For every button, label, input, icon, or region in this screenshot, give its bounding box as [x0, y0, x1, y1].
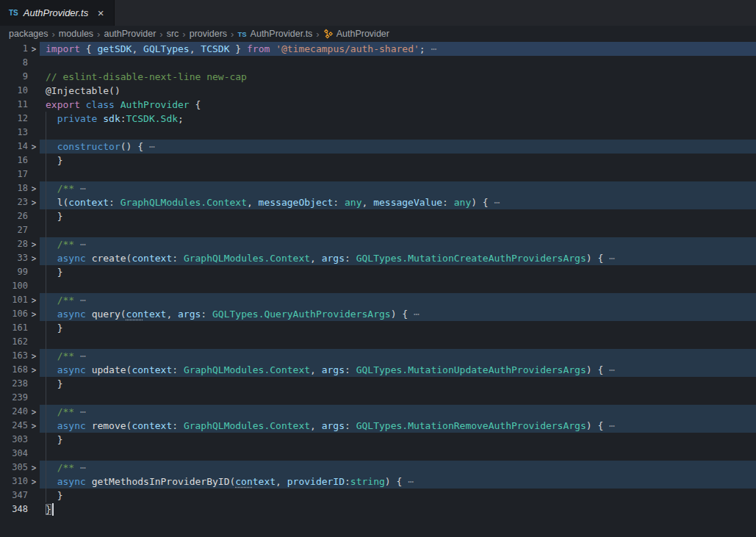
code-content[interactable]: private sdk:TCSDK.Sdk;	[40, 112, 756, 126]
code-content[interactable]: /** ⋯	[40, 293, 756, 307]
fold-chevron-icon[interactable]: >	[28, 418, 40, 434]
fold-chevron-icon[interactable]: >	[28, 362, 40, 378]
code-line-162[interactable]: 162	[0, 335, 756, 349]
code-content[interactable]: export class AuthProvider {	[40, 98, 756, 112]
code-content[interactable]: }	[40, 489, 756, 502]
code-line-303[interactable]: 303 }	[0, 433, 756, 447]
code-line-240[interactable]: 240> /** ⋯	[0, 405, 756, 419]
code-content[interactable]	[40, 335, 756, 349]
code-content[interactable]: }	[40, 321, 756, 335]
code-line-18[interactable]: 18> /** ⋯	[0, 181, 756, 195]
code-content[interactable]: }	[40, 154, 756, 167]
code-content[interactable]: }	[40, 377, 756, 391]
line-number[interactable]: 310	[0, 475, 28, 489]
code-content[interactable]: @Injectable()	[40, 84, 756, 98]
code-content[interactable]	[40, 391, 756, 405]
code-content[interactable]: async update(context: GraphQLModules.Con…	[40, 363, 756, 377]
fold-chevron-icon[interactable]: >	[28, 251, 40, 267]
code-line-11[interactable]: 11export class AuthProvider {	[0, 98, 756, 112]
code-content[interactable]: l(context: GraphQLModules.Context, messa…	[40, 195, 756, 209]
code-content[interactable]: constructor() { ⋯	[40, 140, 756, 154]
breadcrumb-item-authprovider[interactable]: AuthProvider	[323, 29, 389, 39]
line-number[interactable]: 1	[0, 42, 28, 56]
line-number[interactable]: 18	[0, 181, 28, 195]
code-content[interactable]: }	[40, 433, 756, 447]
line-number[interactable]: 17	[0, 167, 28, 181]
code-line-310[interactable]: 310> async getMethodsInProviderByID(cont…	[0, 475, 756, 489]
close-icon[interactable]: ×	[95, 7, 107, 18]
code-line-13[interactable]: 13	[0, 126, 756, 140]
code-content[interactable]: async getMethodsInProviderByID(context, …	[40, 475, 756, 489]
line-number[interactable]: 13	[0, 126, 28, 140]
fold-chevron-icon[interactable]: >	[28, 139, 40, 155]
line-number[interactable]: 11	[0, 98, 28, 112]
code-line-99[interactable]: 99 }	[0, 265, 756, 279]
code-line-239[interactable]: 239	[0, 391, 756, 405]
line-number[interactable]: 161	[0, 321, 28, 335]
line-number[interactable]: 163	[0, 349, 28, 363]
code-line-101[interactable]: 101> /** ⋯	[0, 293, 756, 307]
code-line-238[interactable]: 238 }	[0, 377, 756, 391]
code-content[interactable]: /** ⋯	[40, 237, 756, 251]
line-number[interactable]: 305	[0, 461, 28, 475]
line-number[interactable]: 26	[0, 209, 28, 223]
line-number[interactable]: 239	[0, 391, 28, 405]
code-line-106[interactable]: 106> async query(context, args: GQLTypes…	[0, 307, 756, 321]
line-number[interactable]: 106	[0, 307, 28, 321]
code-line-27[interactable]: 27	[0, 223, 756, 237]
code-content[interactable]	[40, 447, 756, 461]
code-content[interactable]: /** ⋯	[40, 461, 756, 475]
code-content[interactable]: async query(context, args: GQLTypes.Quer…	[40, 307, 756, 321]
line-number[interactable]: 303	[0, 433, 28, 447]
line-number[interactable]: 8	[0, 56, 28, 70]
code-line-14[interactable]: 14> constructor() { ⋯	[0, 140, 756, 154]
fold-chevron-icon[interactable]: >	[28, 41, 40, 57]
code-line-16[interactable]: 16 }	[0, 154, 756, 167]
code-line-28[interactable]: 28> /** ⋯	[0, 237, 756, 251]
line-number[interactable]: 10	[0, 84, 28, 98]
code-line-1[interactable]: 1>import { getSDK, GQLTypes, TCSDK } fro…	[0, 42, 756, 56]
line-number[interactable]: 27	[0, 223, 28, 237]
breadcrumb-item-packages[interactable]: packages	[9, 29, 48, 39]
code-line-161[interactable]: 161 }	[0, 321, 756, 335]
code-line-8[interactable]: 8	[0, 56, 756, 70]
code-content[interactable]: }	[40, 265, 756, 279]
code-line-33[interactable]: 33> async create(context: GraphQLModules…	[0, 251, 756, 265]
fold-chevron-icon[interactable]: >	[28, 306, 40, 322]
code-line-9[interactable]: 9// eslint-disable-next-line new-cap	[0, 70, 756, 84]
breadcrumb-item-providers[interactable]: providers	[190, 29, 227, 39]
code-line-305[interactable]: 305> /** ⋯	[0, 461, 756, 475]
code-content[interactable]: import { getSDK, GQLTypes, TCSDK } from …	[40, 42, 756, 56]
code-line-348[interactable]: 348}	[0, 502, 756, 516]
code-line-304[interactable]: 304	[0, 447, 756, 461]
code-content[interactable]	[40, 56, 756, 70]
code-content[interactable]: async remove(context: GraphQLModules.Con…	[40, 419, 756, 433]
fold-chevron-icon[interactable]: >	[28, 474, 40, 490]
line-number[interactable]: 28	[0, 237, 28, 251]
line-number[interactable]: 168	[0, 363, 28, 377]
breadcrumb-item-authprovider[interactable]: authProvider	[104, 29, 156, 39]
code-line-100[interactable]: 100	[0, 279, 756, 293]
code-content[interactable]: /** ⋯	[40, 405, 756, 419]
line-number[interactable]: 33	[0, 251, 28, 265]
code-line-168[interactable]: 168> async update(context: GraphQLModule…	[0, 363, 756, 377]
tab-authprovider-ts[interactable]: TS AuthProvider.ts ×	[0, 0, 115, 26]
line-number[interactable]: 9	[0, 70, 28, 84]
line-number[interactable]: 101	[0, 293, 28, 307]
code-content[interactable]	[40, 279, 756, 293]
code-line-23[interactable]: 23> l(context: GraphQLModules.Context, m…	[0, 195, 756, 209]
code-content[interactable]: }	[40, 502, 756, 516]
code-line-347[interactable]: 347 }	[0, 489, 756, 502]
code-line-17[interactable]: 17	[0, 167, 756, 181]
line-number[interactable]: 23	[0, 195, 28, 209]
line-number[interactable]: 240	[0, 405, 28, 419]
code-line-10[interactable]: 10@Injectable()	[0, 84, 756, 98]
line-number[interactable]: 347	[0, 489, 28, 502]
code-content[interactable]	[40, 126, 756, 140]
fold-chevron-icon[interactable]: >	[28, 195, 40, 211]
code-line-12[interactable]: 12 private sdk:TCSDK.Sdk;	[0, 112, 756, 126]
code-content[interactable]: /** ⋯	[40, 181, 756, 195]
code-content[interactable]	[40, 167, 756, 181]
code-content[interactable]: async create(context: GraphQLModules.Con…	[40, 251, 756, 265]
line-number[interactable]: 100	[0, 279, 28, 293]
